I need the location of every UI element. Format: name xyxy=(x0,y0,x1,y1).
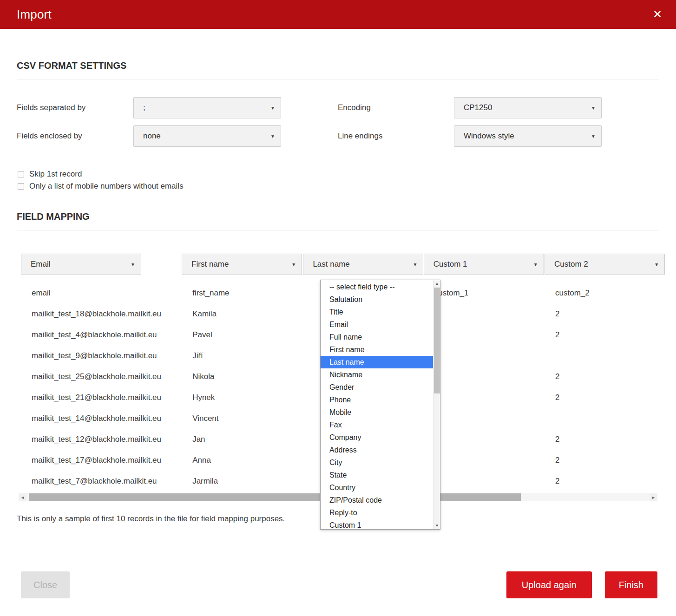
dropdown-scrollbar[interactable]: ▲ ▼ xyxy=(433,280,440,529)
dropdown-option[interactable]: Full name xyxy=(321,331,433,343)
table-cell: 1 xyxy=(424,303,545,324)
fields-enclosed-by-select[interactable]: none ▼ xyxy=(133,125,281,147)
encoding-label: Encoding xyxy=(338,103,454,112)
select-value: Custom 2 xyxy=(554,260,588,269)
csv-settings-form: Fields separated by ; ▼ Encoding CP1250 … xyxy=(17,97,676,147)
dropdown-option[interactable]: First name xyxy=(321,343,433,356)
upload-again-button[interactable]: Upload again xyxy=(506,571,592,598)
line-endings-label: Line endings xyxy=(338,131,454,141)
mapping-select-first-name[interactable]: First name▼ xyxy=(182,254,302,275)
mobile-only-checkbox[interactable] xyxy=(18,183,24,190)
finish-button[interactable]: Finish xyxy=(605,571,657,598)
table-cell: 1 xyxy=(424,366,545,387)
dropdown-option[interactable]: Nickname xyxy=(321,368,433,381)
mapping-select-custom-2[interactable]: Custom 2▼ xyxy=(545,254,665,275)
table-cell xyxy=(424,345,545,366)
checkbox-label: Only a list of mobile numbers without em… xyxy=(29,182,184,191)
table-cell: 2 xyxy=(545,303,676,324)
select-value: Email xyxy=(31,260,51,269)
table-cell: mailkit_test_17@blackhole.mailkit.eu xyxy=(21,450,182,471)
dropdown-option[interactable]: Company xyxy=(321,431,433,444)
dropdown-option[interactable]: Title xyxy=(321,306,433,318)
table-cell: mailkit_test_21@blackhole.mailkit.eu xyxy=(21,387,182,408)
skip-first-record-option[interactable]: Skip 1st record xyxy=(18,168,676,180)
table-cell: 1 xyxy=(424,324,545,345)
scroll-up-icon[interactable]: ▲ xyxy=(433,280,440,287)
scroll-left-icon[interactable]: ◄ xyxy=(19,493,26,501)
mapping-select-custom-1[interactable]: Custom 1▼ xyxy=(424,254,544,275)
fields-enclosed-by-label: Fields enclosed by xyxy=(17,131,133,141)
mapping-select-email[interactable]: Email▼ xyxy=(21,254,141,275)
chevron-down-icon: ▼ xyxy=(291,262,296,267)
table-cell: 2 xyxy=(545,471,676,491)
select-value: Custom 1 xyxy=(433,260,467,269)
table-cell: Jiří xyxy=(182,345,303,366)
field-mapping-title: FIELD MAPPING xyxy=(17,211,659,230)
dropdown-option[interactable]: ZIP/Postal code xyxy=(321,494,433,506)
dropdown-option[interactable]: Gender xyxy=(321,381,433,393)
dropdown-option[interactable]: Mobile xyxy=(321,406,433,419)
table-cell xyxy=(545,408,676,429)
table-cell: 1 xyxy=(424,429,545,450)
mapping-column-custom-2: Custom 2▼custom_22222222 xyxy=(545,254,676,491)
table-cell: email xyxy=(21,282,182,303)
mapping-column-first-name: First name▼first_nameKamilaPavelJiříNiko… xyxy=(182,254,303,491)
table-cell: 2 xyxy=(545,429,676,450)
dialog-header: Import ✕ xyxy=(0,0,676,29)
mapping-column-custom-1: Custom 1▼custom_11111111 xyxy=(424,254,545,491)
select-value: CP1250 xyxy=(464,103,492,112)
dropdown-option[interactable]: Last name xyxy=(321,356,433,368)
dropdown-option[interactable]: Country xyxy=(321,481,433,494)
dropdown-option[interactable]: Email xyxy=(321,318,433,331)
dropdown-option[interactable]: -- select field type -- xyxy=(321,281,433,293)
dropdown-option[interactable]: City xyxy=(321,456,433,469)
table-cell: mailkit_test_4@blackhole.mailkit.eu xyxy=(21,324,182,345)
checkbox-label: Skip 1st record xyxy=(29,170,82,179)
fields-separated-by-label: Fields separated by xyxy=(17,103,133,112)
csv-format-settings-title: CSV FORMAT SETTINGS xyxy=(17,60,659,79)
table-cell: mailkit_test_9@blackhole.mailkit.eu xyxy=(21,345,182,366)
table-cell: first_name xyxy=(182,282,303,303)
encoding-select[interactable]: CP1250 ▼ xyxy=(454,97,602,118)
select-value: First name xyxy=(191,260,229,269)
scroll-down-icon[interactable]: ▼ xyxy=(433,522,440,529)
chevron-down-icon: ▼ xyxy=(533,262,538,267)
select-value: ; xyxy=(143,103,145,112)
close-button[interactable]: Close xyxy=(21,571,70,598)
table-cell: mailkit_test_14@blackhole.mailkit.eu xyxy=(21,408,182,429)
chevron-down-icon: ▼ xyxy=(591,105,596,111)
table-cell: 2 xyxy=(545,450,676,471)
table-cell: Jarmila xyxy=(182,471,303,491)
table-cell: Nikola xyxy=(182,366,303,387)
table-cell: Anna xyxy=(182,450,303,471)
dropdown-option[interactable]: Phone xyxy=(321,393,433,406)
dropdown-option[interactable]: State xyxy=(321,469,433,481)
chevron-down-icon: ▼ xyxy=(413,262,417,267)
table-cell: Kamila xyxy=(182,303,303,324)
dropdown-option[interactable]: Salutation xyxy=(321,293,433,306)
dialog-title: Import xyxy=(17,7,52,22)
table-cell: 1 xyxy=(424,471,545,491)
table-cell: custom_2 xyxy=(545,282,676,303)
line-endings-select[interactable]: Windows style ▼ xyxy=(454,125,602,147)
skip-first-record-checkbox[interactable] xyxy=(18,171,24,177)
dropdown-scrollbar-thumb[interactable] xyxy=(434,288,440,393)
scrollbar-thumb[interactable] xyxy=(29,493,521,501)
dropdown-option[interactable]: Reply-to xyxy=(321,506,433,519)
table-cell: mailkit_test_7@blackhole.mailkit.eu xyxy=(21,471,182,491)
dropdown-option[interactable]: Address xyxy=(321,444,433,456)
mapping-select-last-name[interactable]: Last name▼ xyxy=(303,254,423,275)
table-cell: Vincent xyxy=(182,408,303,429)
mobile-only-option[interactable]: Only a list of mobile numbers without em… xyxy=(18,180,676,192)
table-cell: 2 xyxy=(545,324,676,345)
table-cell: 2 xyxy=(545,366,676,387)
close-icon[interactable]: ✕ xyxy=(653,9,662,20)
fields-separated-by-select[interactable]: ; ▼ xyxy=(133,97,281,118)
table-cell xyxy=(424,408,545,429)
dropdown-option[interactable]: Custom 1 xyxy=(321,519,433,530)
scroll-right-icon[interactable]: ► xyxy=(650,493,657,501)
chevron-down-icon: ▼ xyxy=(131,262,135,267)
chevron-down-icon: ▼ xyxy=(591,134,596,139)
dropdown-option[interactable]: Fax xyxy=(321,419,433,431)
table-cell: Pavel xyxy=(182,324,303,345)
